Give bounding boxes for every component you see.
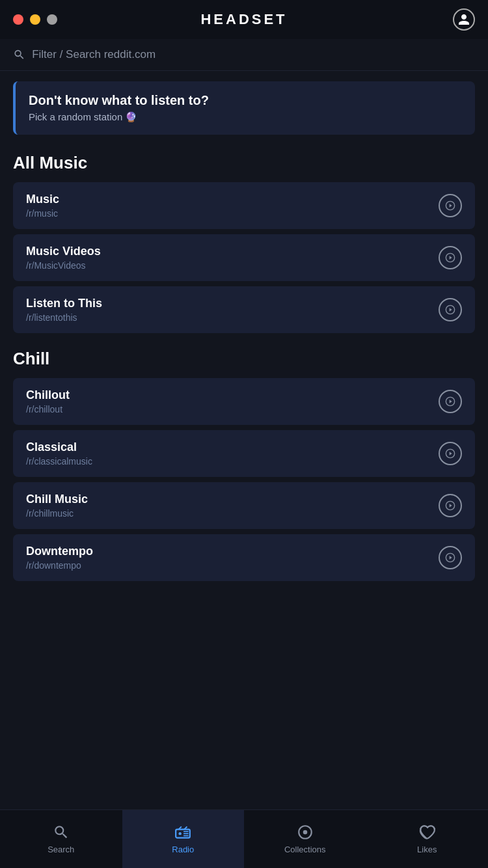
svg-point-20 — [303, 830, 308, 835]
station-name: Music — [26, 193, 59, 206]
station-sub: /r/MusicVideos — [26, 260, 101, 271]
app-title: HEADSET — [200, 11, 287, 28]
bottom-nav: Search Radio Collections Likes — [0, 809, 488, 868]
station-name: Classical — [26, 441, 92, 454]
station-name: Chill Music — [26, 493, 88, 506]
promo-banner[interactable]: Don't know what to listen to? Pick a ran… — [13, 81, 475, 135]
station-item-listentothis[interactable]: Listen to This /r/listentothis — [13, 286, 475, 333]
svg-marker-5 — [450, 308, 452, 311]
svg-marker-11 — [450, 504, 452, 507]
play-icon — [445, 500, 455, 511]
play-icon — [445, 396, 455, 407]
section-heading-all-music: All Music — [13, 153, 475, 173]
likes-nav-icon — [418, 824, 435, 841]
play-button-downtempo[interactable] — [439, 546, 462, 569]
nav-item-collections[interactable]: Collections — [244, 810, 366, 868]
section-heading-chill: Chill — [13, 349, 475, 369]
search-input[interactable] — [32, 48, 475, 61]
station-item-classical[interactable]: Classical /r/classicalmusic — [13, 430, 475, 477]
station-name: Music Videos — [26, 245, 101, 258]
play-icon — [445, 252, 455, 263]
svg-marker-3 — [450, 256, 452, 259]
station-sub: /r/music — [26, 208, 59, 219]
play-button-musicvideos[interactable] — [439, 246, 462, 269]
nav-item-radio[interactable]: Radio — [122, 810, 245, 868]
play-button-music[interactable] — [439, 194, 462, 217]
play-button-chillmusic[interactable] — [439, 494, 462, 517]
title-bar: HEADSET — [0, 0, 488, 39]
station-item-music[interactable]: Music /r/music — [13, 182, 475, 229]
station-sub: /r/chillout — [26, 404, 70, 414]
nav-item-likes[interactable]: Likes — [366, 810, 489, 868]
svg-marker-13 — [450, 556, 452, 559]
station-item-musicvideos[interactable]: Music Videos /r/MusicVideos — [13, 234, 475, 281]
station-name: Listen to This — [26, 297, 102, 310]
close-dot[interactable] — [13, 14, 23, 25]
radio-nav-icon — [174, 824, 191, 841]
maximize-dot[interactable] — [47, 14, 57, 25]
station-sub: /r/chillmusic — [26, 508, 88, 519]
nav-label-radio: Radio — [172, 845, 194, 854]
svg-point-15 — [179, 832, 182, 835]
svg-marker-9 — [450, 452, 452, 455]
collections-nav-icon — [297, 824, 314, 841]
station-sub: /r/downtempo — [26, 560, 93, 571]
user-icon-button[interactable] — [453, 8, 475, 31]
play-icon — [445, 552, 455, 563]
nav-item-search[interactable]: Search — [0, 810, 122, 868]
play-button-chillout[interactable] — [439, 390, 462, 413]
station-sub: /r/classicalmusic — [26, 456, 92, 467]
station-item-chillmusic[interactable]: Chill Music /r/chillmusic — [13, 482, 475, 529]
window-controls — [13, 14, 57, 25]
station-name: Chillout — [26, 388, 70, 402]
station-item-downtempo[interactable]: Downtempo /r/downtempo — [13, 534, 475, 581]
nav-label-collections: Collections — [284, 845, 326, 854]
station-name: Downtempo — [26, 545, 93, 558]
main-content: Don't know what to listen to? Pick a ran… — [0, 71, 488, 807]
station-item-chillout[interactable]: Chillout /r/chillout — [13, 378, 475, 425]
nav-label-likes: Likes — [417, 845, 437, 854]
play-button-classical[interactable] — [439, 442, 462, 465]
user-icon — [457, 13, 470, 26]
play-icon — [445, 200, 455, 211]
play-icon — [445, 448, 455, 459]
play-icon — [445, 305, 455, 315]
station-sub: /r/listentothis — [26, 312, 102, 323]
minimize-dot[interactable] — [30, 14, 40, 25]
search-icon — [13, 48, 25, 61]
search-bar — [0, 39, 488, 71]
play-button-listentothis[interactable] — [439, 298, 462, 321]
promo-subtitle: Pick a random station 🔮 — [29, 111, 462, 123]
svg-marker-1 — [450, 204, 452, 207]
search-nav-icon — [53, 824, 70, 841]
nav-label-search: Search — [47, 845, 74, 854]
promo-title: Don't know what to listen to? — [29, 93, 462, 108]
svg-marker-7 — [450, 400, 452, 403]
